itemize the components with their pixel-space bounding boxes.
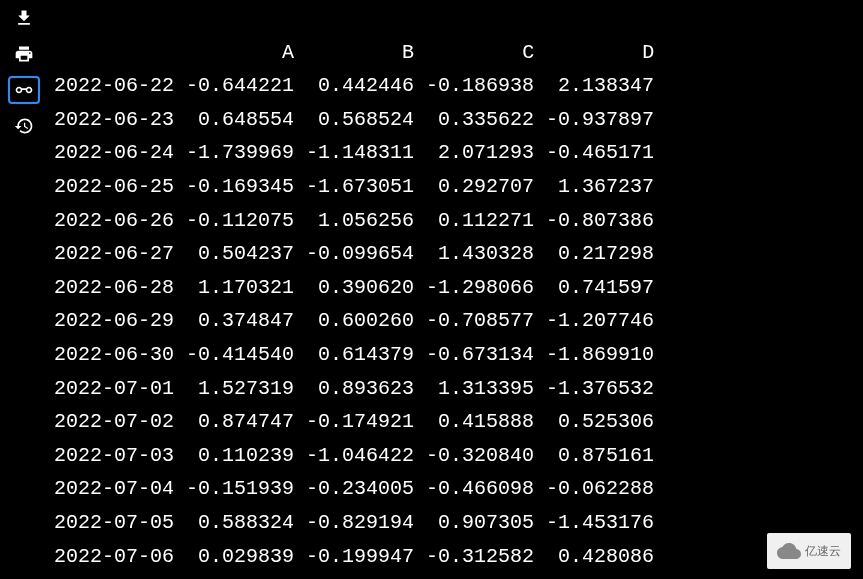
col-A: A xyxy=(282,41,294,64)
watermark-text: 亿速云 xyxy=(805,543,841,560)
col-D: D xyxy=(642,41,654,64)
table-row: 2022-06-23 0.648554 0.568524 0.335622 -0… xyxy=(54,103,863,137)
table-row: 2022-07-02 0.874747 -0.174921 0.415888 0… xyxy=(54,405,863,439)
watermark: 亿速云 xyxy=(767,533,851,569)
table-row: 2022-06-29 0.374847 0.600260 -0.708577 -… xyxy=(54,304,863,338)
table-row: 2022-06-24 -1.739969 -1.148311 2.071293 … xyxy=(54,136,863,170)
table-row: 2022-06-22 -0.644221 0.442446 -0.186938 … xyxy=(54,69,863,103)
table-body: 2022-06-22 -0.644221 0.442446 -0.186938 … xyxy=(54,69,863,579)
dataframe-output: A B C D2022-06-22 -0.644221 0.442446 -0.… xyxy=(48,0,863,579)
col-C: C xyxy=(522,41,534,64)
table-row: 2022-07-06 0.029839 -0.199947 -0.312582 … xyxy=(54,540,863,574)
cloud-icon xyxy=(777,539,801,563)
print-icon[interactable] xyxy=(8,40,40,68)
table-row: 2022-07-05 0.588324 -0.829194 0.907305 -… xyxy=(54,506,863,540)
table-row: 2022-07-07 0.790180 -0.612794 0.558956 -… xyxy=(54,573,863,579)
table-row: 2022-06-26 -0.112075 1.056256 0.112271 -… xyxy=(54,204,863,238)
table-row: 2022-07-03 0.110239 -1.046422 -0.320840 … xyxy=(54,439,863,473)
table-row: 2022-07-04 -0.151939 -0.234005 -0.466098… xyxy=(54,472,863,506)
download-icon[interactable] xyxy=(8,4,40,32)
history-icon[interactable] xyxy=(8,112,40,140)
table-header: A B C D xyxy=(54,36,863,70)
table-row: 2022-06-28 1.170321 0.390620 -1.298066 0… xyxy=(54,271,863,305)
col-B: B xyxy=(402,41,414,64)
table-row: 2022-06-30 -0.414540 0.614379 -0.673134 … xyxy=(54,338,863,372)
table-row: 2022-06-27 0.504237 -0.099654 1.430328 0… xyxy=(54,237,863,271)
glasses-icon[interactable] xyxy=(8,76,40,104)
table-row: 2022-06-25 -0.169345 -1.673051 0.292707 … xyxy=(54,170,863,204)
table-row: 2022-07-01 1.527319 0.893623 1.313395 -1… xyxy=(54,372,863,406)
toolbar xyxy=(0,0,48,579)
